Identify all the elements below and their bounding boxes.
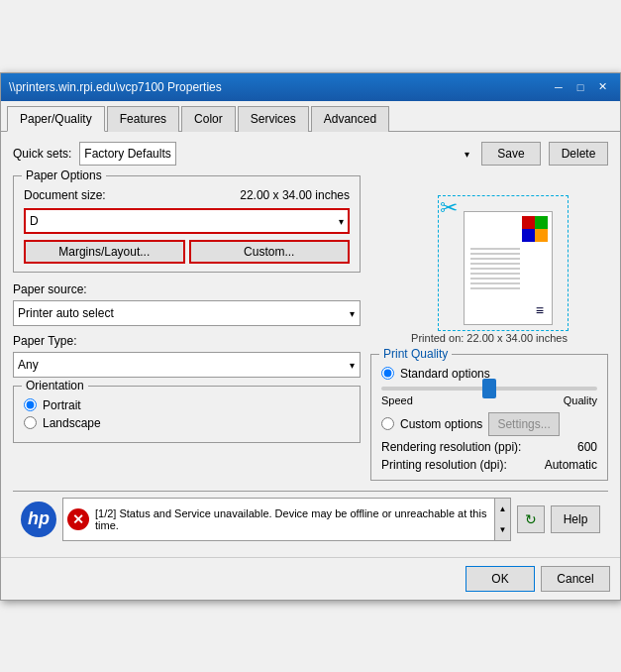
- standard-options-label: Standard options: [400, 367, 490, 381]
- quick-sets-label: Quick sets:: [13, 147, 71, 161]
- footer-buttons: OK Cancel: [1, 557, 620, 600]
- status-bar: hp ✕ [1/2] Status and Service unavailabl…: [13, 491, 608, 547]
- settings-button[interactable]: Settings...: [488, 412, 559, 436]
- tab-features[interactable]: Features: [107, 106, 179, 132]
- paper-options-group: Paper Options Document size: 22.00 x 34.…: [13, 175, 361, 273]
- tab-services[interactable]: Services: [238, 106, 309, 132]
- doc-size-select[interactable]: D: [24, 208, 350, 234]
- title-bar: \\printers.win.rpi.edu\vcp7100 Propertie…: [1, 73, 620, 101]
- paper-source-section: Paper source: Printer auto select Paper …: [13, 282, 361, 378]
- paper-document: ≡: [464, 211, 553, 325]
- status-message-box: ✕ [1/2] Status and Service unavailable. …: [62, 498, 511, 541]
- save-button[interactable]: Save: [481, 142, 541, 166]
- doc-size-value: 22.00 x 34.00 inches: [240, 188, 350, 202]
- right-panel: ✂: [370, 175, 608, 481]
- doc-size-label: Document size:: [24, 188, 106, 202]
- main-content: Quick sets: Factory Defaults Save Delete…: [1, 132, 620, 557]
- help-button[interactable]: Help: [551, 505, 600, 533]
- scroll-down-button[interactable]: ▼: [495, 519, 510, 540]
- custom-button[interactable]: Custom...: [189, 240, 351, 264]
- printing-resolution-row: Printing resolution (dpi): Automatic: [381, 458, 597, 472]
- paper-source-select-wrapper: Printer auto select: [13, 300, 361, 326]
- refresh-button[interactable]: ↻: [517, 505, 545, 533]
- paper-type-label: Paper Type:: [13, 334, 361, 348]
- maximize-button[interactable]: □: [570, 79, 590, 95]
- paper-preview: ✂: [430, 185, 549, 324]
- landscape-radio-row: Landscape: [24, 416, 350, 430]
- left-panel: Paper Options Document size: 22.00 x 34.…: [13, 175, 361, 481]
- printing-value: Automatic: [545, 458, 597, 472]
- paper-source-label: Paper source:: [13, 282, 361, 296]
- portrait-radio[interactable]: [24, 398, 37, 411]
- print-quality-group: Print Quality Standard options Speed Qua…: [370, 354, 608, 481]
- color-block: [522, 216, 548, 242]
- orientation-group: Orientation Portrait Landscape: [13, 386, 361, 443]
- quality-slider-container: Speed Quality: [381, 387, 597, 406]
- custom-options-label: Custom options: [400, 417, 482, 431]
- tab-color[interactable]: Color: [181, 106, 236, 132]
- portrait-label: Portrait: [43, 398, 81, 412]
- quality-slider-track: [381, 387, 597, 391]
- standard-options-radio[interactable]: [381, 367, 394, 380]
- quick-sets-select[interactable]: Factory Defaults: [79, 142, 176, 166]
- printing-label: Printing resolution (dpi):: [381, 458, 507, 472]
- speed-label: Speed: [381, 394, 413, 406]
- minimize-button[interactable]: ─: [549, 79, 569, 95]
- rendering-resolution-row: Rendering resolution (ppi): 600: [381, 440, 597, 454]
- close-button[interactable]: ✕: [592, 79, 612, 95]
- error-icon: ✕: [67, 508, 89, 530]
- paper-source-select[interactable]: Printer auto select: [13, 300, 361, 326]
- printer-properties-window: \\printers.win.rpi.edu\vcp7100 Propertie…: [0, 72, 621, 601]
- quality-slider-thumb[interactable]: [482, 379, 496, 398]
- printed-on-text: Printed on: 22.00 x 34.00 inches: [411, 332, 568, 344]
- window-title: \\printers.win.rpi.edu\vcp7100 Propertie…: [9, 80, 222, 94]
- doc-size-select-wrapper: D: [24, 208, 350, 234]
- margins-layout-button[interactable]: Margins/Layout...: [24, 240, 185, 264]
- orientation-title: Orientation: [22, 379, 88, 392]
- doc-size-row: Document size: 22.00 x 34.00 inches: [24, 188, 350, 202]
- print-quality-title: Print Quality: [379, 347, 452, 361]
- tab-advanced[interactable]: Advanced: [311, 106, 389, 132]
- delete-button[interactable]: Delete: [549, 142, 608, 166]
- hp-logo: hp: [21, 502, 56, 537]
- title-bar-controls: ─ □ ✕: [549, 79, 612, 95]
- tab-paper-quality[interactable]: Paper/Quality: [7, 106, 105, 132]
- paper-options-title: Paper Options: [22, 168, 106, 182]
- scroll-up-button[interactable]: ▲: [495, 499, 510, 519]
- page-number: ≡: [536, 302, 544, 318]
- custom-options-row: Custom options Settings...: [381, 412, 597, 436]
- main-area: Paper Options Document size: 22.00 x 34.…: [13, 175, 608, 481]
- rendering-value: 600: [577, 440, 597, 454]
- portrait-radio-row: Portrait: [24, 398, 350, 412]
- landscape-radio[interactable]: [24, 416, 37, 429]
- rendering-label: Rendering resolution (ppi):: [381, 440, 521, 454]
- quick-sets-select-wrapper: Factory Defaults: [79, 142, 473, 166]
- tab-bar: Paper/Quality Features Color Services Ad…: [1, 101, 620, 132]
- custom-options-radio[interactable]: [381, 417, 394, 430]
- paper-options-btn-row: Margins/Layout... Custom...: [24, 240, 350, 264]
- cancel-button[interactable]: Cancel: [541, 566, 610, 592]
- quick-sets-row: Quick sets: Factory Defaults Save Delete: [13, 142, 608, 166]
- status-scrollbar: ▲ ▼: [494, 499, 510, 540]
- paper-type-select-wrapper: Any: [13, 352, 361, 378]
- quality-label: Quality: [564, 394, 597, 406]
- status-message: [1/2] Status and Service unavailable. De…: [95, 507, 506, 531]
- landscape-label: Landscape: [43, 416, 101, 430]
- paper-type-select[interactable]: Any: [13, 352, 361, 378]
- ok-button[interactable]: OK: [466, 566, 535, 592]
- paper-lines: [470, 248, 520, 292]
